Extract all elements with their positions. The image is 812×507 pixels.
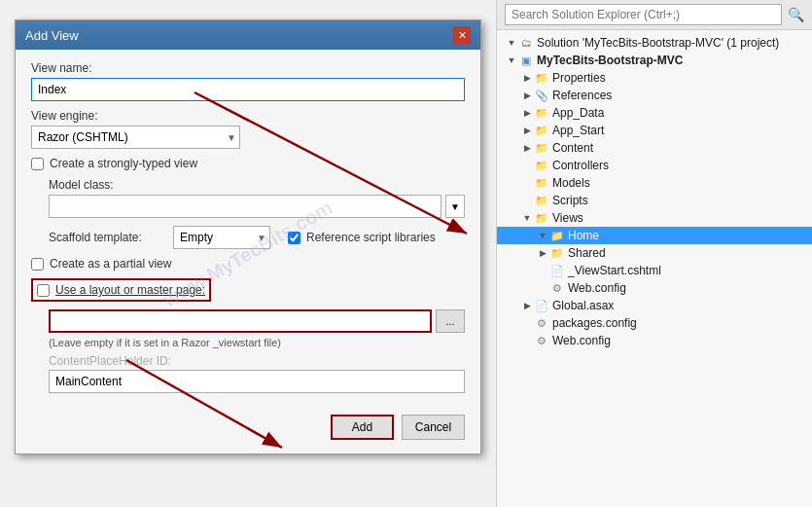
layout-path-row: ... — [49, 309, 465, 333]
cancel-button[interactable]: Cancel — [402, 415, 465, 440]
tree-item-project[interactable]: ▣MyTecBits-Bootstrap-MVC — [497, 52, 812, 69]
scaffold-select-wrapper: Empty ▼ — [173, 226, 270, 249]
expand-arrow-icon — [520, 71, 534, 85]
solution-explorer-toolbar: 🔍 — [497, 0, 812, 30]
view-engine-select[interactable]: Razor (CSHTML) — [31, 126, 240, 149]
tree-item-scripts[interactable]: 📁Scripts — [497, 192, 812, 209]
layout-browse-button[interactable]: ... — [436, 309, 465, 333]
scaffold-row: Scaffold template: Empty ▼ Reference scr… — [49, 226, 465, 249]
view-engine-label: View engine: — [31, 109, 465, 123]
dialog-body: View name: View engine: Razor (CSHTML) ▼… — [16, 50, 480, 405]
partial-view-label: Create as a partial view — [50, 257, 171, 271]
config-icon: ⚙ — [534, 315, 549, 331]
tree-item-label: Home — [568, 229, 599, 242]
solution-explorer-search-button[interactable]: 🔍 — [788, 7, 804, 22]
tree-item-label: App_Data — [552, 106, 604, 120]
tree-item-app_data[interactable]: 📁App_Data — [497, 104, 812, 122]
expand-arrow-icon — [520, 194, 534, 207]
tree-item-label: Properties — [552, 71, 606, 85]
strongly-typed-checkbox[interactable] — [31, 158, 44, 170]
layout-hint: (Leave empty if it is set in a Razor _vi… — [49, 337, 465, 348]
tree-item-label: _ViewStart.cshtml — [568, 264, 661, 277]
layout-path-input[interactable] — [49, 309, 432, 333]
config-icon: ⚙ — [549, 280, 565, 296]
layout-label: Use a layout or master page: — [55, 283, 205, 297]
tree-item-label: Solution 'MyTecBits-Bootstrap-MVC' (1 pr… — [537, 36, 779, 50]
model-class-label: Model class: — [49, 178, 465, 192]
expand-arrow-icon — [520, 141, 534, 155]
tree-item-shared[interactable]: 📁Shared — [497, 244, 812, 262]
solution-explorer-search[interactable] — [505, 4, 782, 25]
reference-scripts-label: Reference script libraries — [306, 231, 436, 244]
reference-scripts-row: Reference script libraries — [288, 231, 436, 244]
view-name-label: View name: — [31, 61, 465, 75]
tree-item-label: MyTecBits-Bootstrap-MVC — [537, 54, 683, 67]
scaffold-select[interactable]: Empty — [173, 226, 270, 249]
add-button[interactable]: Add — [331, 415, 394, 440]
view-name-input[interactable] — [31, 78, 465, 101]
tree-item-label: Scripts — [552, 194, 588, 207]
solution-explorer: 🔍 🗂Solution 'MyTecBits-Bootstrap-MVC' (1… — [496, 0, 812, 507]
expand-arrow-icon — [505, 36, 518, 50]
tree-item-label: packages.config — [552, 316, 637, 330]
tree-item-models[interactable]: 📁Models — [497, 174, 812, 192]
folder-icon: 📁 — [549, 245, 565, 261]
strongly-typed-label: Create a strongly-typed view — [50, 157, 197, 170]
tree-item-packages_config[interactable]: ⚙packages.config — [497, 314, 812, 332]
expand-arrow-icon — [536, 264, 549, 277]
tree-item-label: Shared — [568, 246, 606, 260]
contentplaceholder-label: ContentPlaceHolder ID: — [49, 354, 465, 368]
tree-item-viewstart[interactable]: 📄_ViewStart.cshtml — [497, 262, 812, 279]
tree-item-views[interactable]: 📁Views — [497, 209, 812, 227]
view-engine-wrapper: Razor (CSHTML) ▼ — [31, 126, 240, 149]
tree-item-label: Web.config — [568, 281, 626, 295]
tree-item-global_asax[interactable]: 📄Global.asax — [497, 297, 812, 314]
folder-icon: 📁 — [549, 228, 565, 243]
tree-item-controllers[interactable]: 📁Controllers — [497, 157, 812, 174]
tree-item-solution[interactable]: 🗂Solution 'MyTecBits-Bootstrap-MVC' (1 p… — [497, 34, 812, 52]
partial-view-row: Create as a partial view — [31, 257, 465, 271]
folder-icon: 📁 — [534, 70, 549, 86]
add-view-dialog: Add View ✕ View name: View engine: Razor… — [15, 19, 481, 454]
expand-arrow-icon — [520, 299, 534, 312]
strongly-typed-row: Create a strongly-typed view — [31, 157, 465, 170]
tree-item-web_config_views[interactable]: ⚙Web.config — [497, 279, 812, 297]
folder-icon: 📁 — [534, 210, 549, 226]
expand-arrow-icon — [520, 316, 534, 330]
tree-item-label: Web.config — [552, 334, 611, 347]
solution-icon: 🗂 — [518, 35, 534, 51]
tree-item-home[interactable]: 📁Home — [497, 227, 812, 244]
contentplaceholder-input[interactable] — [49, 370, 465, 393]
tree-item-references[interactable]: 📎References — [497, 87, 812, 104]
tree-item-properties[interactable]: 📁Properties — [497, 69, 812, 87]
view-name-row: View name: — [31, 61, 465, 101]
tree-item-label: App_Start — [552, 124, 604, 137]
folder-icon: 📁 — [534, 140, 549, 156]
expand-arrow-icon — [520, 124, 534, 137]
layout-checkbox[interactable] — [37, 284, 50, 297]
expand-arrow-icon — [520, 89, 534, 102]
folder-icon: 📁 — [534, 158, 549, 173]
expand-arrow-icon — [520, 106, 534, 120]
model-class-input-row: ▼ — [49, 195, 465, 218]
expand-arrow-icon — [520, 176, 534, 190]
expand-arrow-icon — [520, 211, 534, 225]
model-class-input[interactable] — [49, 195, 441, 218]
tree-item-content[interactable]: 📁Content — [497, 139, 812, 157]
expand-arrow-icon — [536, 229, 549, 242]
expand-arrow-icon — [505, 54, 518, 67]
tree-item-web_config[interactable]: ⚙Web.config — [497, 332, 812, 349]
tree-item-label: Content — [552, 141, 593, 155]
tree-item-label: Global.asax — [552, 299, 614, 312]
model-class-dropdown[interactable]: ▼ — [445, 195, 465, 218]
project-icon: ▣ — [518, 53, 534, 68]
tree-item-app_start[interactable]: 📁App_Start — [497, 122, 812, 139]
folder-icon: 📁 — [534, 193, 549, 208]
expand-arrow-icon — [536, 246, 549, 260]
global-icon: 📄 — [534, 298, 549, 313]
reference-scripts-checkbox[interactable] — [288, 232, 300, 244]
tree-item-label: Models — [552, 176, 590, 190]
dialog-close-button[interactable]: ✕ — [453, 26, 471, 44]
reference-icon: 📎 — [534, 88, 549, 103]
partial-view-checkbox[interactable] — [31, 258, 44, 271]
